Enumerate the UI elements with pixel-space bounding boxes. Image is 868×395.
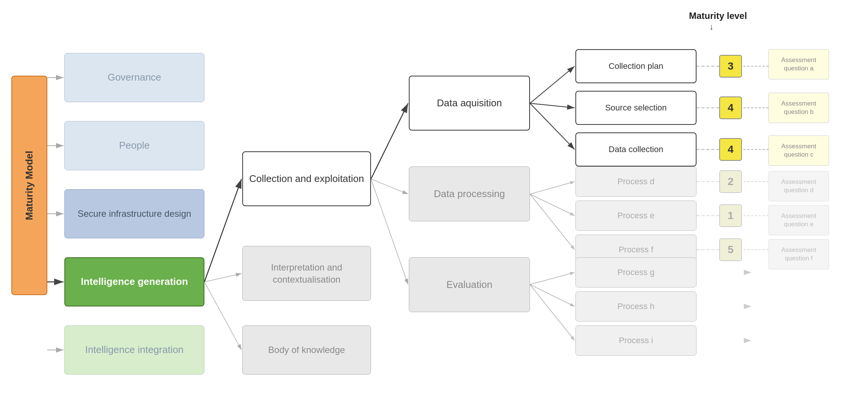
process-d-box: Process d	[575, 166, 697, 197]
data-processing-box: Data processing	[409, 166, 530, 221]
secure-infra-box: Secure infrastructure design	[64, 189, 204, 238]
svg-line-22	[530, 285, 575, 306]
process-i-box: Process i	[575, 325, 697, 356]
collection-plan-box: Collection plan	[575, 49, 697, 83]
maturity-model-box: Maturity Model	[11, 76, 47, 295]
assessment-a-box: Assessment question a	[768, 49, 829, 79]
maturity-level-arrow: ↓	[709, 22, 714, 32]
data-acquisition-box: Data aquisition	[409, 76, 530, 131]
process-h-box: Process h	[575, 291, 697, 322]
data-collection-box: Data collection	[575, 132, 697, 166]
svg-line-21	[530, 272, 575, 285]
collection-box: Collection and exploitation	[242, 151, 371, 206]
evaluation-box: Evaluation	[409, 257, 530, 312]
svg-line-23	[530, 285, 575, 341]
badge-source-selection: 4	[719, 96, 742, 119]
process-g-box: Process g	[575, 257, 697, 288]
svg-marker-38	[744, 338, 751, 343]
diagram-container: Maturity Model Governance People Secure …	[0, 0, 868, 395]
svg-line-20	[530, 194, 575, 250]
badge-process-d: 2	[719, 170, 742, 193]
people-box: People	[64, 121, 204, 170]
svg-line-13	[371, 179, 408, 194]
source-selection-box: Source selection	[575, 91, 697, 125]
svg-line-11	[204, 282, 242, 350]
svg-marker-37	[744, 304, 751, 309]
svg-line-16	[530, 103, 575, 108]
process-e-box: Process e	[575, 201, 697, 231]
body-of-knowledge-box: Body of knowledge	[242, 325, 371, 375]
intel-gen-box: Intelligence generation	[64, 257, 204, 306]
svg-line-9	[204, 179, 242, 282]
svg-line-17	[530, 103, 575, 149]
badge-process-e: 1	[719, 204, 742, 227]
assessment-f-box: Assessment question f	[768, 239, 829, 269]
svg-line-19	[530, 194, 575, 216]
assessment-b-box: Assessment question b	[768, 93, 829, 123]
badge-data-collection: 4	[719, 138, 742, 161]
svg-marker-36	[744, 270, 751, 275]
badge-process-f: 5	[719, 238, 742, 261]
svg-line-14	[371, 179, 408, 285]
svg-line-15	[530, 66, 575, 103]
svg-line-10	[204, 274, 242, 282]
interpretation-box: Interpretation and contextualisation	[242, 246, 371, 301]
svg-line-12	[371, 103, 408, 179]
assessment-d-box: Assessment question d	[768, 171, 829, 201]
assessment-c-box: Assessment question c	[768, 135, 829, 166]
assessment-e-box: Assessment question e	[768, 205, 829, 235]
intel-int-box: Intelligence integration	[64, 325, 204, 375]
badge-collection-plan: 3	[719, 55, 742, 78]
governance-box: Governance	[64, 53, 204, 102]
svg-line-18	[530, 182, 575, 194]
maturity-level-title: Maturity level	[689, 11, 747, 21]
